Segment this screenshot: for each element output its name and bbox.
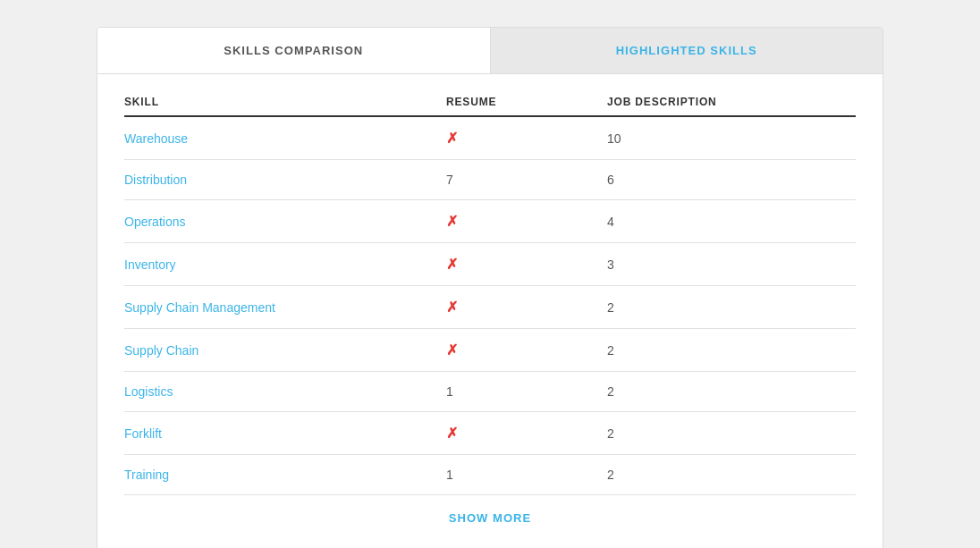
job-description-value: 2 bbox=[607, 343, 856, 358]
resume-value: ✗ bbox=[446, 299, 607, 316]
skill-name[interactable]: Logistics bbox=[124, 384, 446, 399]
tab-highlighted-skills-label: HIGHLIGHTED SKILLS bbox=[616, 44, 757, 57]
x-icon: ✗ bbox=[446, 426, 458, 441]
skill-name[interactable]: Supply Chain Management bbox=[124, 300, 446, 315]
resume-value: 1 bbox=[446, 384, 607, 399]
table-row: Supply Chain✗2 bbox=[124, 329, 856, 372]
x-icon: ✗ bbox=[446, 342, 458, 358]
header-skill: SKILL bbox=[124, 96, 446, 108]
skills-card: SKILLS COMPARISON HIGHLIGHTED SKILLS SKI… bbox=[97, 27, 883, 548]
resume-value: 7 bbox=[446, 173, 607, 187]
resume-value: ✗ bbox=[446, 213, 607, 230]
job-description-value: 4 bbox=[607, 215, 856, 229]
x-icon: ✗ bbox=[446, 131, 458, 146]
tab-bar: SKILLS COMPARISON HIGHLIGHTED SKILLS bbox=[97, 28, 883, 74]
table-row: Distribution76 bbox=[124, 160, 856, 200]
resume-value: ✗ bbox=[446, 130, 607, 147]
job-description-value: 2 bbox=[607, 384, 856, 399]
table-row: Training12 bbox=[124, 455, 856, 495]
job-description-value: 3 bbox=[607, 257, 856, 272]
job-description-value: 2 bbox=[607, 300, 856, 315]
skill-name[interactable]: Inventory bbox=[124, 257, 446, 272]
skill-name[interactable]: Supply Chain bbox=[124, 343, 446, 358]
table-body: Warehouse✗10Distribution76Operations✗4In… bbox=[124, 117, 856, 495]
header-job-description: JOB DESCRIPTION bbox=[607, 96, 856, 108]
table-header: SKILL RESUME JOB DESCRIPTION bbox=[124, 83, 856, 117]
x-icon: ✗ bbox=[446, 257, 458, 272]
job-description-value: 2 bbox=[607, 468, 856, 482]
x-icon: ✗ bbox=[446, 299, 458, 315]
table-row: Warehouse✗10 bbox=[124, 117, 856, 160]
job-description-value: 6 bbox=[607, 173, 856, 187]
resume-value: ✗ bbox=[446, 425, 607, 442]
tab-skills-comparison-label: SKILLS COMPARISON bbox=[224, 44, 363, 57]
job-description-value: 10 bbox=[607, 131, 856, 146]
skill-name[interactable]: Forklift bbox=[124, 426, 446, 441]
header-resume: RESUME bbox=[446, 96, 607, 108]
tab-highlighted-skills[interactable]: HIGHLIGHTED SKILLS bbox=[491, 28, 883, 73]
table-container: SKILL RESUME JOB DESCRIPTION Warehouse✗1… bbox=[97, 74, 883, 548]
skill-name[interactable]: Distribution bbox=[124, 173, 446, 187]
skill-name[interactable]: Warehouse bbox=[124, 131, 446, 146]
resume-value: ✗ bbox=[446, 341, 607, 358]
job-description-value: 2 bbox=[607, 426, 856, 441]
tab-skills-comparison[interactable]: SKILLS COMPARISON bbox=[97, 28, 491, 73]
table-row: Operations✗4 bbox=[124, 200, 856, 243]
resume-value: ✗ bbox=[446, 256, 607, 273]
table-row: Logistics12 bbox=[124, 372, 856, 412]
skill-name[interactable]: Operations bbox=[124, 215, 446, 229]
x-icon: ✗ bbox=[446, 214, 458, 229]
table-row: Inventory✗3 bbox=[124, 243, 856, 286]
skill-name[interactable]: Training bbox=[124, 468, 446, 482]
show-more-button[interactable]: SHOW MORE bbox=[124, 495, 856, 534]
table-row: Forklift✗2 bbox=[124, 412, 856, 455]
table-row: Supply Chain Management✗2 bbox=[124, 286, 856, 329]
resume-value: 1 bbox=[446, 468, 607, 482]
